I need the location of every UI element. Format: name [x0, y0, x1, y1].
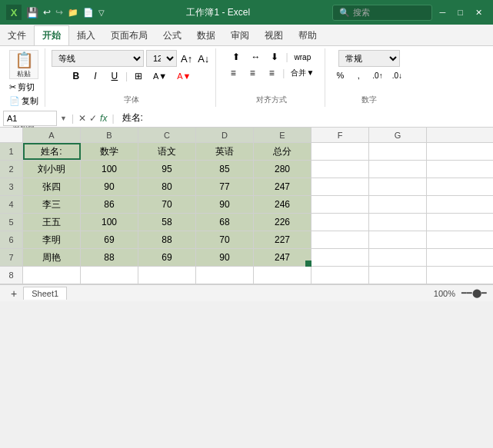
cell-e1[interactable]: 总分	[254, 143, 311, 160]
cell-b5[interactable]: 100	[81, 214, 138, 231]
cell-b2[interactable]: 100	[81, 161, 138, 178]
col-header-a[interactable]: A	[23, 128, 81, 142]
align-middle-button[interactable]: ↔	[247, 50, 264, 64]
tab-view[interactable]: 视图	[257, 25, 291, 45]
cell-g6[interactable]	[369, 231, 427, 248]
cell-c5[interactable]: 58	[138, 214, 196, 231]
cell-b8[interactable]	[81, 267, 138, 284]
percent-button[interactable]: %	[331, 69, 348, 81]
cell-f5[interactable]	[311, 214, 369, 231]
cell-e2[interactable]: 280	[254, 161, 311, 178]
increase-font-btn[interactable]: A↑	[179, 52, 194, 65]
open-btn[interactable]: 📁	[68, 8, 78, 18]
tab-insert[interactable]: 插入	[69, 25, 103, 45]
formula-function-icon[interactable]: fx	[100, 113, 107, 124]
cell-g7[interactable]	[369, 249, 427, 266]
cell-e3[interactable]: 247	[254, 178, 311, 195]
cell-d3[interactable]: 77	[196, 178, 254, 195]
cell-g8[interactable]	[369, 267, 427, 284]
cell-a4[interactable]: 李三	[23, 196, 81, 213]
underline-button[interactable]: U	[106, 69, 123, 83]
cell-c2[interactable]: 95	[138, 161, 196, 178]
cell-d2[interactable]: 85	[196, 161, 254, 178]
copy-button[interactable]: 📄 复制	[8, 95, 40, 108]
decrease-decimal-button[interactable]: .0↓	[388, 70, 406, 81]
tab-page-layout[interactable]: 页面布局	[103, 25, 155, 45]
add-sheet-btn[interactable]: +	[6, 286, 22, 301]
align-right-button[interactable]: ≡	[263, 66, 280, 80]
formula-confirm-icon[interactable]: ✓	[89, 113, 97, 124]
col-header-e[interactable]: E	[254, 128, 311, 142]
cell-a1[interactable]: 姓名:	[23, 143, 81, 160]
undo-btn[interactable]: ↩	[43, 7, 51, 18]
tab-formula[interactable]: 公式	[155, 25, 189, 45]
cell-e8[interactable]	[254, 267, 311, 284]
cell-d5[interactable]: 68	[196, 214, 254, 231]
merge-button[interactable]: 合并▼	[287, 66, 318, 80]
cell-c1[interactable]: 语文	[138, 143, 196, 160]
cell-f4[interactable]	[311, 196, 369, 213]
cell-b6[interactable]: 69	[81, 231, 138, 248]
cell-c8[interactable]	[138, 267, 196, 284]
redo-btn[interactable]: ↪	[55, 7, 63, 18]
cell-b3[interactable]: 90	[81, 178, 138, 195]
cell-c3[interactable]: 80	[138, 178, 196, 195]
tab-review[interactable]: 审阅	[223, 25, 257, 45]
cell-b4[interactable]: 86	[81, 196, 138, 213]
cell-g3[interactable]	[369, 178, 427, 195]
formula-dropdown-icon[interactable]: ▼	[60, 114, 67, 122]
formula-input[interactable]	[119, 112, 490, 124]
cell-e6[interactable]: 227	[254, 231, 311, 248]
cell-f2[interactable]	[311, 161, 369, 178]
bold-button[interactable]: B	[68, 69, 85, 83]
close-btn[interactable]: ✕	[471, 8, 487, 18]
border-button[interactable]: ⊞	[130, 69, 147, 83]
font-family-select[interactable]: 等线	[52, 50, 144, 67]
align-bottom-button[interactable]: ⬇	[266, 50, 283, 64]
cell-e4[interactable]: 246	[254, 196, 311, 213]
sheet-tab-1[interactable]: Sheet1	[23, 287, 67, 300]
cell-a2[interactable]: 刘小明	[23, 161, 81, 178]
cell-c7[interactable]: 69	[138, 249, 196, 266]
maximize-btn[interactable]: □	[453, 8, 468, 17]
new-btn[interactable]: 📄	[83, 8, 94, 18]
cell-reference-input[interactable]	[3, 111, 57, 126]
cell-a8[interactable]	[23, 267, 81, 284]
cell-g5[interactable]	[369, 214, 427, 231]
tab-help[interactable]: 帮助	[291, 25, 325, 45]
col-header-c[interactable]: C	[138, 128, 196, 142]
font-size-select[interactable]: 12	[146, 50, 177, 67]
save-btn[interactable]: 💾	[26, 7, 38, 18]
col-header-f[interactable]: F	[311, 128, 369, 142]
cell-b1[interactable]: 数学	[81, 143, 138, 160]
cell-g1[interactable]	[369, 143, 427, 160]
col-header-g[interactable]: G	[369, 128, 427, 142]
col-header-b[interactable]: B	[81, 128, 138, 142]
cell-a3[interactable]: 张四	[23, 178, 81, 195]
tab-home[interactable]: 开始	[34, 25, 69, 45]
cell-c6[interactable]: 88	[138, 231, 196, 248]
decrease-font-btn[interactable]: A↓	[196, 52, 211, 65]
cell-d8[interactable]	[196, 267, 254, 284]
cell-f8[interactable]	[311, 267, 369, 284]
cell-d1[interactable]: 英语	[196, 143, 254, 160]
cell-f7[interactable]	[311, 249, 369, 266]
font-color-button[interactable]: A▼	[173, 70, 195, 82]
italic-button[interactable]: I	[87, 69, 104, 83]
cell-e7[interactable]: 247	[254, 249, 311, 266]
tab-data[interactable]: 数据	[189, 25, 223, 45]
align-center-button[interactable]: ≡	[244, 66, 261, 80]
tab-file[interactable]: 文件	[0, 25, 34, 45]
zoom-slider[interactable]: ━━⬤━	[461, 288, 487, 298]
align-left-button[interactable]: ≡	[225, 66, 242, 80]
formula-cancel-icon[interactable]: ✕	[78, 113, 86, 124]
paste-button[interactable]: 📋 粘贴	[9, 50, 38, 79]
cell-g2[interactable]	[369, 161, 427, 178]
cell-b7[interactable]: 88	[81, 249, 138, 266]
minimize-btn[interactable]: ─	[435, 8, 451, 17]
increase-decimal-button[interactable]: .0↑	[368, 70, 386, 81]
cell-e5[interactable]: 226	[254, 214, 311, 231]
col-header-d[interactable]: D	[196, 128, 254, 142]
cell-d4[interactable]: 90	[196, 196, 254, 213]
cell-f6[interactable]	[311, 231, 369, 248]
